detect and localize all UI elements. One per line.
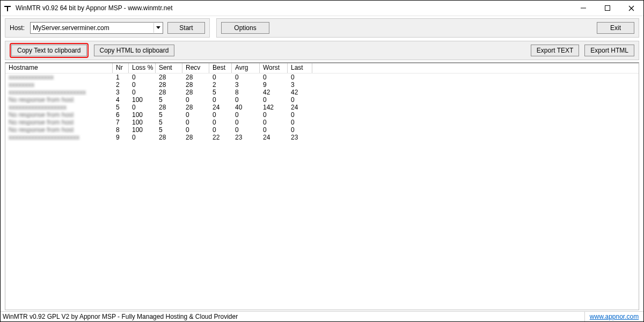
cell-recv: 0 [182, 119, 209, 126]
cell-avrg: 8 [232, 89, 260, 96]
cell-avrg: 0 [232, 119, 260, 126]
cell-worst: 9 [260, 81, 288, 89]
cell-last: 0 [288, 96, 312, 104]
results-table: Hostname Nr Loss % Sent Recv Best Avrg W… [5, 62, 639, 310]
exit-button[interactable]: Exit [597, 22, 634, 34]
table-row[interactable]: xxxxxxxxxxxxxx1028280000 [5, 74, 639, 81]
cell-last: 0 [288, 74, 312, 81]
cell-worst: 0 [260, 126, 288, 134]
cell-loss: 100 [129, 96, 156, 104]
cell-hostname: xxxxxxxxxxxxxx [5, 74, 113, 81]
cell-hostname: No response from host [5, 119, 113, 126]
cell-sent: 5 [156, 119, 182, 126]
svg-rect-1 [7, 6, 8, 11]
cell-nr: 3 [113, 89, 129, 96]
cell-loss: 100 [129, 119, 156, 126]
table-row[interactable]: No response from host6100500000 [5, 111, 639, 119]
col-hostname[interactable]: Hostname [5, 63, 113, 73]
copy-text-button[interactable]: Copy Text to clipboard [11, 45, 87, 56]
minimize-button[interactable] [571, 1, 595, 16]
cell-hostname: No response from host [5, 126, 113, 134]
toolbar-row-1: Host: Start Options Exit [1, 16, 643, 40]
cell-worst: 0 [260, 119, 288, 126]
cell-worst: 0 [260, 74, 288, 81]
cell-sent: 28 [156, 134, 182, 141]
minimize-icon [581, 5, 586, 11]
table-row[interactable]: No response from host4100500000 [5, 96, 639, 104]
cell-avrg: 23 [232, 134, 260, 141]
export-text-button[interactable]: Export TEXT [531, 45, 579, 56]
cell-loss: 0 [129, 81, 156, 89]
cell-last: 3 [288, 81, 312, 89]
cell-recv: 0 [182, 96, 209, 104]
col-sent[interactable]: Sent [156, 63, 182, 73]
titlebar: WinMTR v0.92 64 bit by Appnor MSP - www.… [1, 1, 643, 16]
toolbar-row-2: Copy Text to clipboard Copy HTML to clip… [1, 40, 643, 62]
cell-best: 24 [209, 104, 232, 111]
maximize-button[interactable] [595, 1, 619, 16]
cell-worst: 0 [260, 111, 288, 119]
actions-panel: Copy Text to clipboard Copy HTML to clip… [5, 41, 639, 60]
chevron-down-icon[interactable] [153, 23, 163, 33]
col-loss[interactable]: Loss % [129, 63, 156, 73]
close-button[interactable] [619, 1, 643, 16]
col-last[interactable]: Last [288, 63, 312, 73]
table-row[interactable]: No response from host7100500000 [5, 119, 639, 126]
table-row[interactable]: xxxxxxxx2028282393 [5, 81, 639, 89]
col-worst[interactable]: Worst [260, 63, 288, 73]
svg-marker-6 [156, 26, 160, 29]
cell-hostname: xxxxxxxxxxxxxxxxxxxxxxxx [5, 89, 113, 96]
cell-sent: 28 [156, 89, 182, 96]
cell-best: 0 [209, 96, 232, 104]
status-text: WinMTR v0.92 GPL V2 by Appnor MSP - Full… [3, 313, 238, 320]
cell-hostname: xxxxxxxx [5, 81, 113, 89]
start-button[interactable]: Start [167, 22, 205, 34]
cell-avrg: 0 [232, 74, 260, 81]
copy-html-button[interactable]: Copy HTML to clipboard [94, 45, 175, 56]
table-header: Hostname Nr Loss % Sent Recv Best Avrg W… [5, 63, 639, 74]
cell-last: 0 [288, 111, 312, 119]
cell-recv: 28 [182, 89, 209, 96]
cell-sent: 5 [156, 96, 182, 104]
cell-loss: 0 [129, 74, 156, 81]
cell-best: 22 [209, 134, 232, 141]
cell-best: 0 [209, 74, 232, 81]
cell-nr: 4 [113, 96, 129, 104]
col-avrg[interactable]: Avrg [232, 63, 260, 73]
cell-hostname: xxxxxxxxxxxxxxxxxx [5, 104, 113, 111]
cell-avrg: 0 [232, 96, 260, 104]
cell-sent: 28 [156, 81, 182, 89]
status-link[interactable]: www.appnor.com [584, 312, 643, 321]
col-nr[interactable]: Nr [113, 63, 129, 73]
highlight-annotation: Copy Text to clipboard [10, 43, 89, 58]
col-recv[interactable]: Recv [182, 63, 209, 73]
table-row[interactable]: xxxxxxxxxxxxxxxxxx502828244014224 [5, 104, 639, 111]
cell-worst: 24 [260, 134, 288, 141]
cell-loss: 0 [129, 89, 156, 96]
app-window: WinMTR v0.92 64 bit by Appnor MSP - www.… [0, 0, 644, 322]
host-panel: Host: Start [5, 18, 210, 38]
host-combobox[interactable] [30, 22, 163, 34]
cell-best: 0 [209, 119, 232, 126]
options-button[interactable]: Options [221, 22, 269, 34]
cell-recv: 0 [182, 126, 209, 134]
cell-best: 2 [209, 81, 232, 89]
cell-recv: 28 [182, 81, 209, 89]
col-best[interactable]: Best [209, 63, 232, 73]
cell-sent: 5 [156, 126, 182, 134]
cell-recv: 28 [182, 104, 209, 111]
cell-hostname: No response from host [5, 96, 113, 104]
host-input[interactable] [31, 23, 153, 33]
export-html-button[interactable]: Export HTML [584, 45, 634, 56]
cell-last: 42 [288, 89, 312, 96]
options-panel: Options Exit [216, 18, 639, 38]
table-row[interactable]: xxxxxxxxxxxxxxxxxxxxxx90282822232423 [5, 134, 639, 141]
cell-sent: 28 [156, 74, 182, 81]
cell-worst: 42 [260, 89, 288, 96]
cell-loss: 0 [129, 104, 156, 111]
table-row[interactable]: xxxxxxxxxxxxxxxxxxxxxxxx302828584242 [5, 89, 639, 96]
cell-last: 0 [288, 126, 312, 134]
host-label: Host: [10, 24, 25, 32]
table-row[interactable]: No response from host8100500000 [5, 126, 639, 134]
cell-last: 24 [288, 104, 312, 111]
